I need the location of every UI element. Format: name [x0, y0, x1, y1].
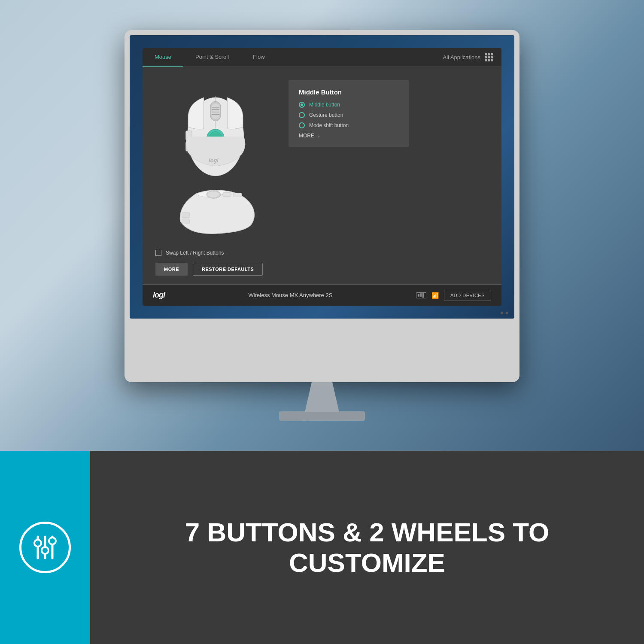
svg-point-14 [208, 192, 219, 197]
app-window: Mouse Point & Scroll Flow All Applicatio… [143, 48, 501, 306]
mouse-images-panel: logi [155, 80, 276, 237]
bluetooth-icon: 📶 [431, 292, 439, 299]
radio-circle-0 [299, 102, 305, 108]
more-link[interactable]: MORE ⌄ [299, 133, 398, 139]
svg-text:logi: logi [209, 157, 219, 164]
radio-circle-1 [299, 112, 305, 118]
tab-flow[interactable]: Flow [241, 48, 276, 67]
svg-rect-18 [182, 219, 189, 224]
radio-label-1: Gesture button [309, 112, 343, 118]
more-button[interactable]: MORE [155, 263, 188, 276]
swap-row: Swap Left / Right Buttons [155, 250, 489, 256]
footer-bar: logi Wireless Mouse MX Anywhere 2S 📶 [143, 284, 501, 306]
footer-right: 📶 ADD DEVICES [416, 290, 491, 301]
bottom-controls: Swap Left / Right Buttons MORE RESTORE D… [143, 250, 501, 284]
top-section: Mouse Point & Scroll Flow All Applicatio… [0, 0, 644, 451]
chevron-down-icon: ⌄ [317, 134, 320, 138]
tab-bar: Mouse Point & Scroll Flow All Applicatio… [143, 48, 501, 67]
mouse-top-view: logi [173, 80, 258, 182]
restore-defaults-button[interactable]: RESTORE DEFAULTS [193, 263, 263, 276]
svg-point-24 [49, 538, 56, 544]
svg-rect-3 [211, 103, 220, 119]
bottom-heading-line2: CUSTOMIZE [185, 547, 550, 578]
svg-rect-17 [182, 213, 189, 218]
radio-option-1[interactable]: Gesture button [299, 112, 398, 118]
wireless-icon [416, 292, 426, 298]
radio-label-2: Mode shift button [309, 122, 349, 128]
swap-label: Swap Left / Right Buttons [166, 250, 224, 256]
sliders-icon [30, 532, 60, 562]
logi-logo: logi [153, 291, 165, 300]
bottom-section: 7 BUTTONS & 2 WHEELS TO CUSTOMIZE [0, 451, 644, 644]
dropdown-panel: Middle Button Middle button Gesture butt… [289, 80, 489, 237]
grid-icon [485, 53, 493, 61]
svg-rect-16 [233, 193, 242, 197]
screen-dot-1 [501, 312, 503, 314]
svg-point-22 [34, 540, 41, 547]
dropdown-box: Middle Button Middle button Gesture butt… [289, 80, 409, 147]
all-applications[interactable]: All Applications [434, 48, 501, 67]
device-name: Wireless Mouse MX Anywhere 2S [165, 292, 416, 298]
radio-label-0: Middle button [309, 102, 340, 108]
add-devices-button[interactable]: ADD DEVICES [444, 290, 491, 301]
bottom-heading: 7 BUTTONS & 2 WHEELS TO CUSTOMIZE [185, 517, 550, 578]
monitor-screen: Mouse Point & Scroll Flow All Applicatio… [130, 35, 514, 319]
bottom-right-text: 7 BUTTONS & 2 WHEELS TO CUSTOMIZE [90, 451, 644, 644]
tab-point-scroll[interactable]: Point & Scroll [183, 48, 241, 67]
settings-circle [19, 522, 71, 573]
dropdown-title: Middle Button [299, 88, 398, 96]
bottom-left-accent [0, 451, 90, 644]
monitor-base [279, 411, 365, 421]
monitor: Mouse Point & Scroll Flow All Applicatio… [125, 30, 519, 382]
radio-option-0[interactable]: Middle button [299, 102, 398, 108]
btn-row: MORE RESTORE DEFAULTS [155, 263, 489, 276]
bottom-heading-line1: 7 BUTTONS & 2 WHEELS TO [185, 517, 550, 547]
main-content: logi [143, 67, 501, 250]
monitor-stand [305, 382, 339, 412]
screen-dots [501, 312, 508, 314]
svg-rect-15 [222, 193, 231, 197]
radio-option-2[interactable]: Mode shift button [299, 122, 398, 128]
swap-checkbox[interactable] [155, 250, 161, 256]
tab-mouse[interactable]: Mouse [143, 48, 183, 67]
svg-point-23 [42, 547, 49, 554]
radio-circle-2 [299, 122, 305, 128]
screen-dot-2 [506, 312, 508, 314]
mouse-side-view [168, 186, 263, 237]
